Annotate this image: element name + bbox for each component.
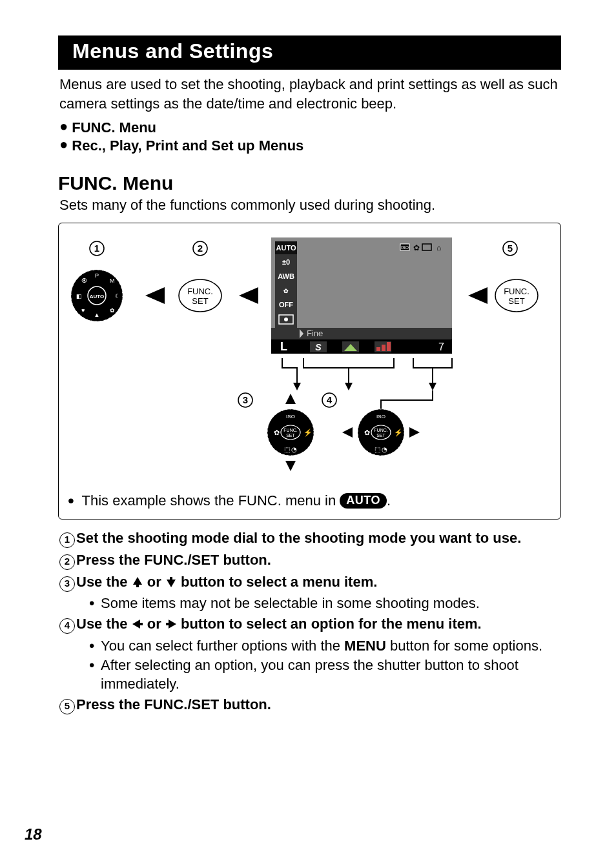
dpad-leftright-icon: FUNC. SET ISO ✿ ⚡ ⬚ ◔: [342, 409, 420, 456]
callout-1: 1: [94, 243, 99, 254]
svg-text:⚡: ⚡: [394, 428, 403, 437]
steps-list: 1 Set the shooting mode dial to the shoo…: [58, 529, 561, 714]
svg-rect-36: [271, 339, 452, 354]
svg-text:✿: ✿: [364, 429, 370, 436]
svg-text:ISO: ISO: [376, 414, 385, 419]
lcd-screen: ISO ✿ ⌂ AUTO ±0 AWB ✿ OFF: [271, 237, 452, 354]
step-5: 5 Press the FUNC./SET button.: [58, 695, 561, 714]
svg-marker-77: [133, 577, 142, 587]
svg-rect-44: [382, 345, 385, 351]
page-title: Menus and Settings: [58, 35, 561, 70]
func-set-button-icon: FUNC. SET: [495, 279, 538, 312]
svg-text:✿: ✿: [110, 307, 115, 314]
callout-5: 5: [507, 243, 512, 254]
svg-text:♥: ♥: [81, 307, 85, 314]
section-desc: Sets many of the functions commonly used…: [59, 197, 560, 214]
svg-text:⬚ ◔: ⬚ ◔: [374, 446, 387, 453]
step-4: 4 Use the or button to select an option …: [58, 614, 561, 634]
svg-text:⌂: ⌂: [436, 243, 441, 252]
step-4-sub-2: •After selecting an option, you can pres…: [89, 656, 561, 694]
svg-text:S: S: [315, 342, 322, 352]
dpad-updown-icon: FUNC. SET ISO ✿ ⚡ ⬚ ◔: [267, 394, 314, 471]
arrow-left-icon: [132, 618, 143, 630]
svg-text:FUNC.: FUNC.: [374, 428, 387, 432]
step-3-sub: •Some items may not be selectable in som…: [89, 594, 561, 613]
svg-text:⦿: ⦿: [81, 278, 87, 284]
diagram-caption: • This example shows the FUNC. menu in A…: [68, 490, 551, 511]
section-heading: FUNC. Menu: [58, 172, 561, 194]
svg-marker-76: [409, 427, 420, 438]
arrow-right-icon: [239, 287, 258, 304]
svg-text:FUNC.: FUNC.: [283, 428, 297, 432]
svg-text:L: L: [280, 340, 287, 353]
svg-text:SET: SET: [286, 433, 295, 438]
callout-4: 4: [326, 394, 332, 405]
arrow-down-icon: [165, 576, 177, 588]
svg-text:SET: SET: [376, 433, 385, 438]
svg-marker-78: [167, 577, 176, 587]
svg-text:AUTO: AUTO: [89, 294, 104, 299]
svg-text:7: 7: [438, 341, 444, 352]
arrow-right-icon: [468, 287, 488, 304]
svg-marker-80: [166, 620, 176, 629]
svg-marker-79: [132, 620, 143, 629]
svg-text:ISO: ISO: [286, 414, 295, 419]
arrow-right-icon: [165, 618, 177, 630]
step-2: 2 Press the FUNC./SET button.: [58, 550, 561, 570]
svg-text:FUNC.: FUNC.: [187, 287, 213, 296]
svg-text:M: M: [110, 278, 115, 284]
step-3: 3 Use the or button to select a menu ite…: [58, 572, 561, 592]
func-set-button-icon: FUNC. SET: [179, 279, 221, 312]
svg-marker-65: [285, 461, 296, 471]
svg-text:⬚ ◔: ⬚ ◔: [283, 446, 297, 453]
bullet-dot-icon: ●: [59, 119, 68, 134]
svg-marker-50: [293, 383, 301, 390]
svg-text:✿: ✿: [283, 288, 289, 294]
svg-text:AUTO: AUTO: [276, 244, 296, 252]
arrow-right-icon: [145, 287, 165, 304]
svg-text:FUNC.: FUNC.: [504, 287, 529, 296]
svg-text:P: P: [94, 272, 98, 279]
page-number: 18: [25, 825, 42, 843]
svg-text:⚡: ⚡: [303, 428, 313, 437]
svg-text:OFF: OFF: [279, 301, 293, 308]
svg-marker-51: [345, 383, 353, 390]
svg-text:▲: ▲: [94, 312, 99, 318]
svg-text:✿: ✿: [274, 429, 280, 436]
callout-3: 3: [242, 394, 247, 405]
svg-text:☾: ☾: [115, 293, 120, 299]
svg-rect-33: [271, 328, 452, 339]
svg-marker-75: [342, 427, 353, 438]
svg-rect-43: [376, 347, 380, 351]
svg-text:Fine: Fine: [307, 328, 323, 338]
diagram-box: 1 2 5 AUTO P M ☾ ✿: [58, 223, 561, 520]
svg-point-32: [284, 318, 288, 321]
bullet-dot-icon: ●: [59, 137, 68, 152]
svg-text:✿: ✿: [413, 243, 420, 252]
bullet-func-menu: ●FUNC. Menu: [59, 119, 561, 136]
svg-rect-45: [387, 342, 391, 351]
step-4-sub-1: • You can select further options with th…: [89, 636, 561, 656]
step-1: 1 Set the shooting mode dial to the shoo…: [58, 529, 561, 548]
svg-text:±0: ±0: [282, 258, 289, 266]
svg-text:AWB: AWB: [278, 272, 294, 280]
mode-dial-icon: AUTO P M ☾ ✿ ▲ ♥ ◧ ⦿: [71, 270, 123, 321]
svg-marker-64: [285, 394, 296, 404]
arrow-up-icon: [132, 576, 143, 588]
svg-marker-52: [429, 383, 436, 390]
svg-text:SET: SET: [508, 296, 524, 306]
svg-text:◧: ◧: [76, 293, 82, 299]
svg-text:ISO: ISO: [400, 245, 409, 250]
svg-text:SET: SET: [192, 296, 208, 306]
func-menu-diagram: 1 2 5 AUTO P M ☾ ✿: [71, 232, 549, 484]
auto-mode-pill-icon: AUTO: [340, 493, 387, 509]
callout-2: 2: [197, 243, 202, 254]
intro-text: Menus are used to set the shooting, play…: [59, 75, 560, 113]
bullet-rec-play-print: ●Rec., Play, Print and Set up Menus: [59, 137, 561, 154]
